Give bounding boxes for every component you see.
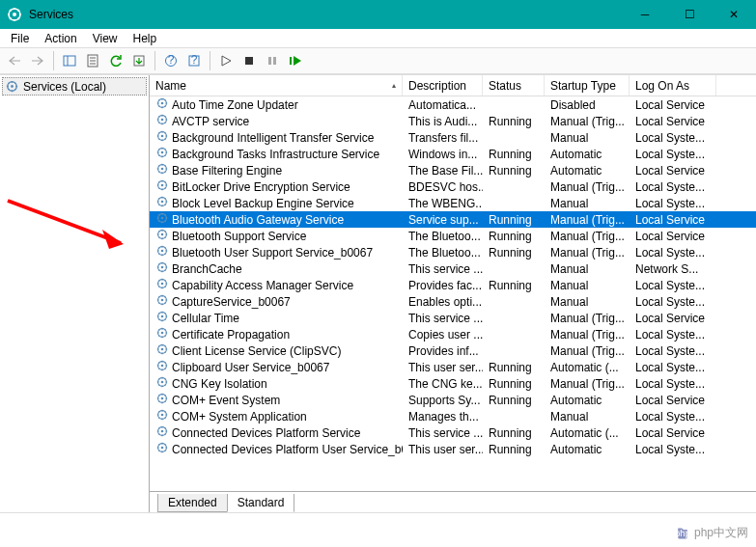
table-row[interactable]: Connected Devices Platform ServiceThis s…: [150, 424, 756, 441]
cell-startup: Automatic: [545, 443, 630, 456]
tab-standard[interactable]: Standard: [227, 494, 295, 512]
svg-rect-2: [64, 56, 75, 66]
content-area: Services (Local) Name▴ Description Statu…: [0, 74, 756, 512]
cell-startup: Automatic: [545, 394, 630, 407]
properties-button[interactable]: [82, 50, 103, 71]
cell-status: Running: [483, 213, 545, 227]
svg-point-28: [161, 168, 164, 171]
cell-description: The WBENG...: [403, 197, 483, 210]
cell-name: Clipboard User Service_b0067: [150, 359, 403, 375]
table-row[interactable]: Base Filtering EngineThe Base Fil...Runn…: [150, 162, 756, 178]
table-row[interactable]: AVCTP serviceThis is Audi...RunningManua…: [150, 113, 756, 129]
table-row[interactable]: Bluetooth Support ServiceThe Bluetoo...R…: [150, 228, 756, 244]
table-row[interactable]: CaptureService_b0067Enables opti...Manua…: [150, 293, 756, 310]
gear-icon: [155, 408, 169, 424]
sidebar-item-services-local[interactable]: Services (Local): [2, 77, 147, 96]
table-row[interactable]: BitLocker Drive Encryption ServiceBDESVC…: [150, 178, 756, 195]
svg-point-60: [161, 430, 164, 433]
table-row[interactable]: Cellular TimeThis service ...Manual (Tri…: [150, 310, 756, 326]
close-button[interactable]: ✕: [712, 0, 756, 29]
table-row[interactable]: Certificate PropagationCopies user ...Ma…: [150, 326, 756, 342]
table-row[interactable]: Connected Devices Platform User Service_…: [150, 441, 756, 457]
minimize-button[interactable]: ─: [623, 0, 667, 29]
cell-description: This is Audi...: [403, 115, 483, 128]
export-list-button[interactable]: [128, 50, 150, 71]
forward-button[interactable]: [27, 50, 48, 71]
titlebar: Services ─ ☐ ✕: [0, 0, 756, 29]
start-service-button[interactable]: [215, 50, 237, 71]
maximize-button[interactable]: ☐: [667, 0, 712, 29]
table-row[interactable]: Clipboard User Service_b0067This user se…: [150, 359, 756, 375]
cell-description: This service ...: [403, 262, 483, 276]
table-row[interactable]: CNG Key IsolationThe CNG ke...RunningMan…: [150, 375, 756, 392]
table-row[interactable]: Bluetooth User Support Service_b0067The …: [150, 244, 756, 260]
table-row[interactable]: Capability Access Manager ServiceProvide…: [150, 277, 756, 293]
column-description[interactable]: Description: [403, 75, 483, 96]
cell-name: Connected Devices Platform Service: [150, 424, 403, 441]
menu-action[interactable]: Action: [38, 31, 83, 46]
svg-point-58: [161, 414, 164, 417]
cell-logon: Local Service: [630, 98, 716, 112]
cell-description: The Base Fil...: [403, 164, 483, 178]
cell-logon: Local Service: [630, 230, 716, 243]
gear-icon: [155, 178, 169, 195]
menu-help[interactable]: Help: [126, 31, 164, 46]
service-list[interactable]: Name▴ Description Status Startup Type Lo…: [150, 75, 756, 491]
menu-view[interactable]: View: [86, 31, 125, 46]
svg-point-54: [161, 381, 164, 384]
column-name[interactable]: Name▴: [150, 75, 403, 96]
gear-icon: [155, 293, 169, 310]
table-row[interactable]: Background Intelligent Transfer ServiceT…: [150, 129, 756, 146]
show-hide-tree-button[interactable]: [59, 50, 80, 71]
column-status[interactable]: Status: [483, 75, 545, 96]
cell-status: Running: [483, 426, 545, 440]
cell-name: COM+ Event System: [150, 392, 403, 408]
cell-startup: Manual: [545, 262, 630, 276]
help-topics-button[interactable]: ?: [183, 50, 205, 71]
table-row[interactable]: Client License Service (ClipSVC)Provides…: [150, 342, 756, 359]
cell-name: Connected Devices Platform User Service_…: [150, 441, 403, 457]
cell-name: Bluetooth Audio Gateway Service: [150, 211, 403, 228]
table-row[interactable]: Bluetooth Audio Gateway ServiceService s…: [150, 211, 756, 228]
cell-name: Background Tasks Infrastructure Service: [150, 146, 403, 162]
cell-startup: Manual: [545, 410, 630, 424]
cell-logon: Local Syste...: [630, 344, 716, 358]
help-button[interactable]: ?: [160, 50, 182, 71]
cell-name: Cellular Time: [150, 310, 403, 326]
gear-icon: [155, 277, 169, 293]
statusbar: [0, 512, 756, 533]
column-logon[interactable]: Log On As: [630, 75, 716, 96]
menu-file[interactable]: File: [4, 31, 36, 46]
svg-point-26: [161, 151, 164, 154]
back-button[interactable]: [4, 50, 25, 71]
cell-startup: Automatic: [545, 148, 630, 161]
cell-startup: Manual (Trig...: [545, 230, 630, 243]
cell-startup: Disabled: [545, 98, 630, 112]
svg-rect-16: [290, 57, 292, 65]
svg-point-36: [161, 233, 164, 236]
cell-startup: Manual: [545, 197, 630, 210]
cell-description: Provides fac...: [403, 279, 483, 292]
window-title: Services: [29, 8, 623, 21]
table-row[interactable]: COM+ System ApplicationManages th...Manu…: [150, 408, 756, 424]
column-startup[interactable]: Startup Type: [545, 75, 630, 96]
table-row[interactable]: Auto Time Zone UpdaterAutomatica...Disab…: [150, 96, 756, 113]
stop-service-button[interactable]: [238, 50, 260, 71]
table-row[interactable]: BranchCacheThis service ...ManualNetwork…: [150, 260, 756, 277]
cell-status: Running: [483, 230, 545, 243]
cell-startup: Manual (Trig...: [545, 344, 630, 358]
tab-extended[interactable]: Extended: [157, 494, 228, 512]
svg-point-38: [161, 250, 164, 253]
table-row[interactable]: Background Tasks Infrastructure ServiceW…: [150, 146, 756, 162]
table-row[interactable]: COM+ Event SystemSupports Sy...RunningAu…: [150, 392, 756, 408]
svg-point-44: [161, 299, 164, 302]
refresh-button[interactable]: [105, 50, 126, 71]
restart-service-button[interactable]: [285, 50, 306, 71]
table-row[interactable]: Block Level Backup Engine ServiceThe WBE…: [150, 195, 756, 211]
cell-logon: Local Service: [630, 115, 716, 128]
cell-logon: Local Syste...: [630, 377, 716, 391]
svg-point-50: [161, 348, 164, 351]
cell-name: CaptureService_b0067: [150, 293, 403, 310]
pause-service-button[interactable]: [262, 50, 283, 71]
svg-rect-14: [268, 57, 271, 65]
